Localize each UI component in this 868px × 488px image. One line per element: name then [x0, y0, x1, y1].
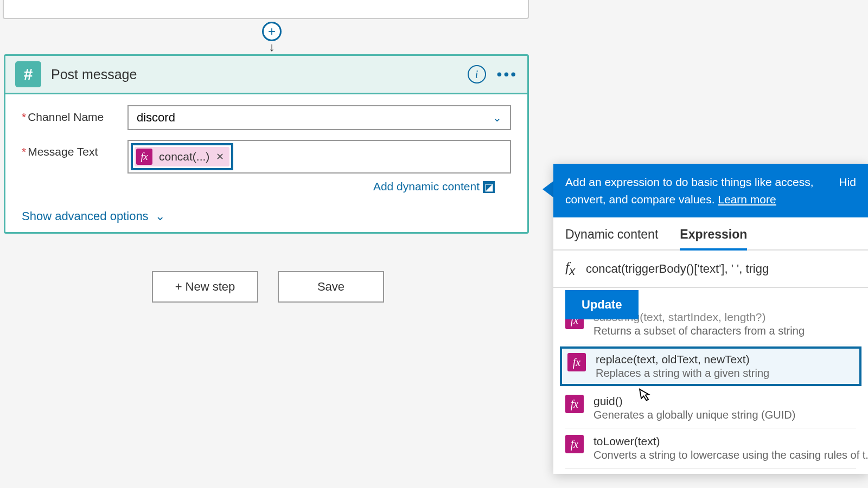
fx-icon: fx: [565, 259, 575, 278]
fx-icon: fx: [565, 435, 584, 453]
fx-icon: fx: [567, 353, 586, 371]
sparkle-icon: ◪: [483, 181, 495, 193]
close-icon[interactable]: ✕: [216, 151, 224, 163]
learn-more-link[interactable]: Learn more: [718, 193, 776, 206]
tab-dynamic-content[interactable]: Dynamic content: [565, 227, 658, 249]
slack-connector-icon: #: [15, 61, 41, 87]
message-text-input[interactable]: fx concat(...) ✕: [127, 140, 511, 174]
connector: + ↓: [262, 22, 282, 54]
new-step-button[interactable]: + New step: [152, 271, 258, 303]
tab-expression[interactable]: Expression: [680, 227, 747, 251]
info-icon[interactable]: i: [468, 65, 486, 84]
action-card-post-message: # Post message i ••• *Channel Name disco…: [4, 54, 529, 234]
arrow-down-icon: ↓: [269, 40, 275, 54]
fx-icon: fx: [136, 149, 152, 165]
expression-input[interactable]: concat(triggerBody()['text'], ' ', trigg: [586, 262, 856, 276]
function-item-guid[interactable]: fx guid() Generates a globally unique st…: [565, 388, 856, 428]
update-button[interactable]: Update: [565, 290, 639, 319]
hide-link[interactable]: Hid: [839, 174, 856, 208]
function-item-tolower[interactable]: fx toLower(text) Converts a string to lo…: [565, 428, 856, 468]
chevron-down-icon: ⌄: [493, 111, 502, 124]
previous-action-card[interactable]: [3, 0, 529, 19]
insert-step-button[interactable]: +: [262, 22, 282, 41]
card-title: Post message: [51, 67, 468, 82]
save-button[interactable]: Save: [278, 271, 384, 303]
panel-header: Add an expression to do basic things lik…: [553, 164, 868, 217]
expression-panel: Add an expression to do basic things lik…: [553, 164, 868, 474]
add-dynamic-content-link[interactable]: Add dynamic content◪: [373, 180, 495, 192]
message-text-label: *Message Text: [22, 140, 127, 158]
function-item-replace[interactable]: fx replace(text, oldText, newText) Repla…: [560, 346, 861, 386]
show-advanced-options[interactable]: Show advanced options ⌄: [5, 205, 527, 232]
expression-token[interactable]: fx concat(...) ✕: [135, 147, 229, 166]
more-icon[interactable]: •••: [497, 66, 518, 83]
card-header[interactable]: # Post message i •••: [5, 56, 527, 94]
fx-icon: fx: [565, 395, 584, 413]
function-list: fx substring(text, startIndex, length?) …: [553, 311, 868, 474]
channel-name-dropdown[interactable]: discord ⌄: [127, 105, 511, 130]
chevron-down-icon: ⌄: [155, 209, 165, 223]
panel-beak-icon: [542, 181, 553, 197]
channel-name-label: *Channel Name: [22, 105, 127, 124]
